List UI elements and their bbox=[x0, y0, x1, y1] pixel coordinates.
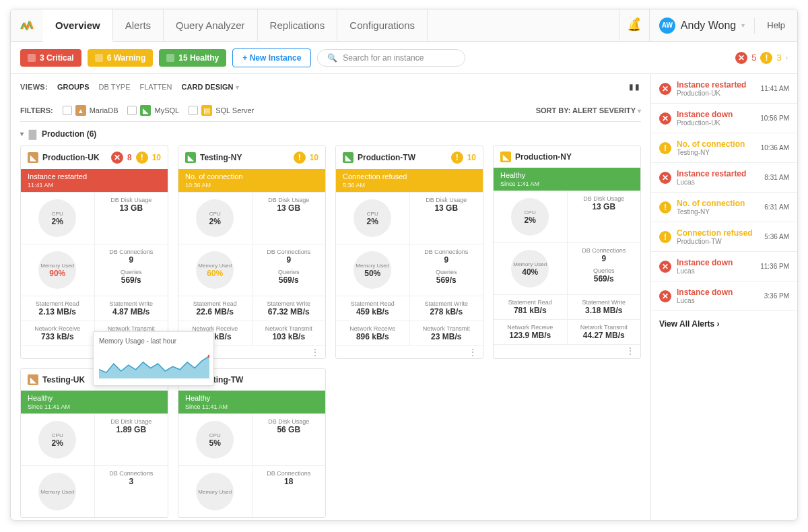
memory-tooltip: Memory Usage - last hour bbox=[93, 331, 214, 386]
filters-row: FILTERS: ▴MariaDB ◣MySQL ▤SQL Server SOR… bbox=[20, 100, 641, 121]
card-menu-icon[interactable]: ⋮ bbox=[468, 349, 477, 356]
folder-icon: ▇ bbox=[29, 129, 36, 139]
pill-healthy[interactable]: 15 Healthy bbox=[159, 49, 226, 67]
instance-card[interactable]: ◣Testing-UKHealthySince 11:41 AMCPU2%DB … bbox=[20, 368, 168, 518]
views-row: VIEWS: GROUPS DB TYPE FLATTEN CARD DESIG… bbox=[20, 74, 641, 100]
warning-icon: ! bbox=[659, 231, 671, 243]
sqlserver-icon: ▤ bbox=[201, 105, 212, 116]
view-dbtype[interactable]: DB TYPE bbox=[99, 83, 131, 91]
db-icon: ◣ bbox=[185, 152, 196, 163]
filter-mariadb[interactable]: ▴MariaDB bbox=[63, 105, 119, 116]
status-banner: HealthySince 11:41 AM bbox=[178, 391, 325, 413]
action-bar: 3 Critical 6 Warning 15 Healthy + New In… bbox=[11, 42, 797, 74]
instance-name: Production-NY bbox=[515, 152, 572, 162]
top-nav: OverviewAlertsQuery AnalyzerReplications… bbox=[11, 9, 797, 42]
collapse-icon: ▾ bbox=[20, 130, 24, 137]
warning-icon: ! bbox=[294, 152, 306, 164]
instance-name: Production-UK bbox=[42, 153, 100, 162]
new-instance-button[interactable]: + New Instance bbox=[232, 48, 311, 67]
view-carddesign[interactable]: CARD DESIGN ▾ bbox=[182, 83, 239, 91]
warning-icon: ! bbox=[659, 142, 671, 154]
filter-sqlserver[interactable]: ▤SQL Server bbox=[189, 105, 254, 116]
tab-alerts[interactable]: Alerts bbox=[113, 9, 164, 41]
help-link[interactable]: Help bbox=[755, 20, 797, 30]
warning-icon: ! bbox=[760, 52, 772, 64]
view-flatten[interactable]: FLATTEN bbox=[139, 83, 172, 91]
alert-item[interactable]: ✕Instance restartedProduction-UK11:41 AM bbox=[651, 74, 797, 104]
error-icon: ✕ bbox=[659, 261, 671, 273]
group-header[interactable]: ▾ ▇ Production (6) bbox=[20, 121, 641, 145]
warning-icon: ! bbox=[659, 201, 671, 213]
pill-warning[interactable]: 6 Warning bbox=[88, 49, 154, 67]
alert-counts[interactable]: ✕5 !3 › bbox=[735, 52, 788, 64]
error-icon: ✕ bbox=[659, 112, 671, 125]
db-icon: ◣ bbox=[500, 152, 511, 162]
card-menu-icon[interactable]: ⋮ bbox=[626, 347, 635, 354]
alert-item[interactable]: ✕Instance downLucas11:36 PM bbox=[651, 252, 797, 281]
db-icon: ◣ bbox=[28, 374, 38, 385]
chevron-right-icon: › bbox=[786, 54, 788, 61]
status-banner: HealthySince 11:41 AM bbox=[21, 391, 168, 413]
user-menu[interactable]: AW Andy Wong ▾ bbox=[650, 18, 755, 34]
mariadb-icon: ▴ bbox=[75, 105, 86, 116]
search-icon: 🔍 bbox=[327, 53, 337, 63]
search-placeholder: Search for an instance bbox=[343, 53, 424, 63]
alert-item[interactable]: ✕Instance downLucas3:36 PM bbox=[651, 281, 797, 311]
tab-replications[interactable]: Replications bbox=[258, 9, 338, 41]
card-menu-icon[interactable]: ⋮ bbox=[310, 349, 320, 356]
sparkline-chart bbox=[99, 349, 209, 378]
alert-item[interactable]: ✕Instance downProduction-UK10:56 PM bbox=[651, 104, 797, 133]
status-banner: Connection refused5:36 AM bbox=[336, 169, 483, 192]
notifications-button[interactable]: 🔔 bbox=[619, 9, 650, 41]
mysql-icon: ◣ bbox=[140, 105, 151, 116]
pause-button[interactable]: ▮▮ bbox=[629, 82, 641, 92]
warning-icon: ! bbox=[136, 152, 148, 164]
status-banner: Instance restarted11:41 AM bbox=[21, 169, 168, 192]
tab-query-analyzer[interactable]: Query Analyzer bbox=[164, 9, 258, 41]
nav-tabs: OverviewAlertsQuery AnalyzerReplications… bbox=[43, 9, 428, 41]
search-input[interactable]: 🔍 Search for an instance bbox=[317, 49, 465, 67]
sort-by[interactable]: SORT BY: ALERT SEVERITY ▾ bbox=[536, 106, 641, 114]
instance-name: Testing-UK bbox=[42, 375, 85, 385]
error-icon: ✕ bbox=[735, 52, 747, 64]
instance-card[interactable]: ◣Production-TW!10Connection refused5:36 … bbox=[335, 145, 483, 359]
instance-name: Production-TW bbox=[358, 153, 415, 162]
view-all-alerts[interactable]: View All Alerts › bbox=[651, 311, 797, 337]
error-icon: ✕ bbox=[659, 290, 671, 302]
status-banner: HealthySince 1:41 AM bbox=[494, 168, 640, 191]
avatar: AW bbox=[659, 18, 675, 34]
alert-item[interactable]: !No. of connectionTesting-NY10:36 AM bbox=[651, 133, 797, 163]
instance-card[interactable]: ◣Production-UK✕8!10Instance restarted11:… bbox=[20, 145, 168, 359]
error-icon: ✕ bbox=[659, 83, 671, 95]
instance-card[interactable]: ◣Testing-NY!10No. of connection10:36 AMC… bbox=[178, 145, 326, 359]
status-banner: No. of connection10:36 AM bbox=[178, 169, 325, 192]
filter-mysql[interactable]: ◣MySQL bbox=[127, 105, 179, 116]
alerts-panel: ✕Instance restartedProduction-UK11:41 AM… bbox=[650, 74, 797, 520]
view-groups[interactable]: GROUPS bbox=[57, 83, 90, 91]
pill-critical[interactable]: 3 Critical bbox=[20, 49, 81, 67]
error-icon: ✕ bbox=[111, 152, 123, 164]
instance-card[interactable]: ◣Testing-TWHealthySince 11:41 AMCPU5%DB … bbox=[178, 368, 326, 518]
tab-overview[interactable]: Overview bbox=[43, 9, 113, 42]
instance-card[interactable]: ◣Production-NYHealthySince 1:41 AMCPU2%D… bbox=[493, 145, 641, 359]
instance-name: Testing-NY bbox=[200, 153, 242, 162]
app-logo bbox=[11, 20, 43, 32]
alert-item[interactable]: !Connection refusedProduction-TW5:36 AM bbox=[651, 222, 797, 252]
user-name: Andy Wong bbox=[681, 20, 736, 32]
alert-item[interactable]: ✕Instance restartedLucas8:31 AM bbox=[651, 163, 797, 193]
chevron-down-icon: ▾ bbox=[741, 22, 745, 29]
tab-configurations[interactable]: Configurations bbox=[337, 9, 428, 41]
db-icon: ◣ bbox=[343, 152, 354, 163]
error-icon: ✕ bbox=[659, 172, 671, 184]
db-icon: ◣ bbox=[28, 152, 38, 163]
warning-icon: ! bbox=[451, 152, 463, 164]
alert-item[interactable]: !No. of connectionTesting-NY6:31 AM bbox=[651, 193, 797, 222]
